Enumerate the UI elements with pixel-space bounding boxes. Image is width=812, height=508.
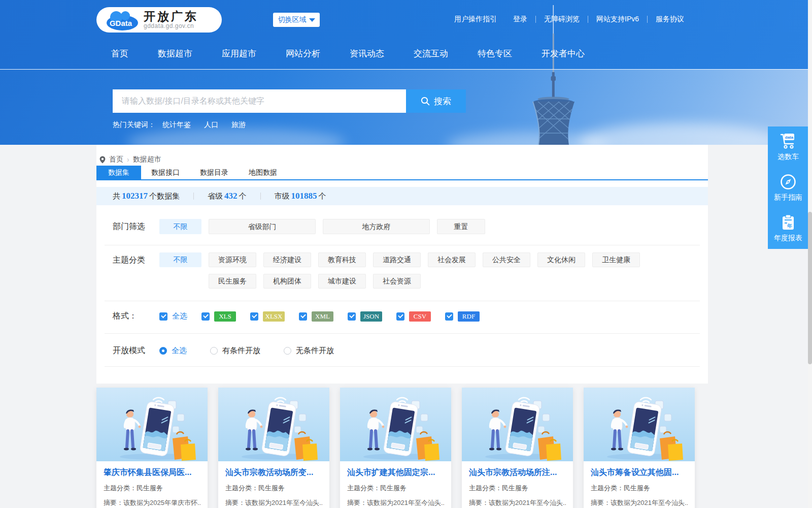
nav-item-home[interactable]: 首页 [96,46,143,62]
dataset-card[interactable]: 汕头市筹备设立其他固... 主题分类：民生服务 摘要：该数据为2021年至今汕头… [584,388,695,508]
department-option-provincial[interactable]: 省级部门 [209,219,316,234]
search-input[interactable] [113,89,406,113]
department-option-all[interactable]: 不限 [159,219,201,234]
total-datasets-count: 102317 [120,191,149,201]
tab-catalog[interactable]: 数据目录 [190,166,239,179]
cloud [127,128,345,145]
dataset-category: 民生服务 [502,484,528,492]
format-checkbox-xlsx[interactable] [250,312,258,321]
topic-option[interactable]: 道路交通 [373,252,421,267]
topic-option[interactable]: 资源环境 [209,252,256,267]
ipv6-link[interactable]: 网站支持IPv6 [596,15,639,24]
svg-text:GData: GData [110,19,132,27]
utility-links: 用户操作指引 登录 无障碍浏览 网站支持IPv6 服务协议 [454,15,684,24]
dataset-card[interactable]: 肇庆市怀集县医保局医... 主题分类：民生服务 摘要：该数据为2025年肇庆市怀… [96,388,208,508]
topic-option[interactable]: 民生服务 [209,274,256,289]
topic-option[interactable]: 卫生健康 [592,252,640,267]
topic-filter-row: 主题分类 不限 资源环境 经济建设 教育科技 道路交通 社会发展 公共安全 文化… [105,245,700,301]
radio-icon[interactable] [284,347,291,355]
dataset-illustration [96,388,208,461]
link-divider [588,16,588,23]
dataset-illustration [462,388,573,461]
format-checkbox-csv[interactable] [396,312,404,321]
search-bar: 搜索 [113,89,466,113]
dataset-card[interactable]: 汕头市宗教活动场所变... 主题分类：民生服务 摘要：该数据为2021年至今汕头… [218,388,329,508]
topic-option[interactable]: 社会资源 [373,274,421,289]
format-tag-xls[interactable]: XLS [214,311,236,322]
nav-item-special-zone[interactable]: 特色专区 [463,46,527,62]
radio-icon[interactable] [210,347,218,355]
data-market-panel: 首页 › 数据超市 数据集 数据接口 数据目录 地图数据 共 102317 个数… [96,145,708,384]
nav-item-site-analysis[interactable]: 网站分析 [271,46,335,62]
topic-option[interactable]: 经济建设 [263,252,311,267]
service-agreement-link[interactable]: 服务协议 [656,15,684,24]
format-checkbox-xls[interactable] [201,312,210,321]
format-tag-xml[interactable]: XML [312,311,333,322]
open-mode-option-all[interactable]: 全选 [159,346,187,356]
format-checkbox-xml[interactable] [299,312,307,321]
site-logo[interactable]: GData 开放广东 gddata.gd.gov.cn [96,7,222,33]
format-select-all-label[interactable]: 全选 [172,311,187,321]
dataset-card[interactable]: 汕头市宗教活动场所注... 主题分类：民生服务 摘要：该数据为2021年至今汕头… [462,388,573,508]
dataset-category: 民生服务 [624,484,650,492]
gdata-cloud-icon: GData [103,9,139,31]
dataset-summary: 该数据为2021年至今汕头... [611,499,688,506]
dataset-title[interactable]: 汕头市宗教活动场所注... [469,467,566,478]
nav-item-developer-center[interactable]: 开发者中心 [527,46,599,62]
tab-apis[interactable]: 数据接口 [141,166,190,179]
data-cart-button[interactable]: data 选数车 [768,126,808,167]
open-mode-option-conditional[interactable]: 有条件开放 [210,346,260,356]
breadcrumb: 首页 › 数据超市 [99,145,708,164]
department-filter-row: 部门筛选 不限 省级部门 地方政府 重置 [105,205,700,245]
nav-item-news[interactable]: 资讯动态 [335,46,399,62]
format-filter-label: 格式： [113,311,159,322]
topic-option[interactable]: 社会发展 [428,252,476,267]
dataset-title[interactable]: 肇庆市怀集县医保局医... [104,467,200,478]
hot-keywords: 热门关键词： 统计年鉴 人口 旅游 [113,120,246,130]
format-checkbox-rdf[interactable] [445,312,453,321]
topic-option[interactable]: 城市建设 [318,274,366,289]
tab-datasets[interactable]: 数据集 [96,166,141,179]
topic-option[interactable]: 教育科技 [318,252,366,267]
accessibility-link[interactable]: 无障碍浏览 [544,15,580,24]
search-button[interactable]: 搜索 [406,89,466,113]
tab-map-data[interactable]: 地图数据 [239,166,287,179]
scrollbar-thumb[interactable] [808,212,812,364]
format-select-all-checkbox[interactable] [159,312,167,321]
radio-selected-icon[interactable] [159,347,167,355]
topic-option[interactable]: 不限 [159,252,201,267]
beginner-guide-button[interactable]: 新手指南 [768,167,808,208]
user-guide-link[interactable]: 用户操作指引 [454,15,497,24]
region-switch-button[interactable]: 切换区域 [273,13,320,27]
format-checkbox-json[interactable] [348,312,356,321]
svg-text:data: data [785,135,794,140]
nav-item-app-market[interactable]: 应用超市 [207,46,271,62]
breadcrumb-separator: › [127,155,129,164]
breadcrumb-current: 数据超市 [133,155,161,164]
dataset-title[interactable]: 汕头市扩建其他固定宗... [347,467,444,478]
hot-keyword-link[interactable]: 统计年鉴 [162,120,191,130]
format-tag-xlsx[interactable]: XLSX [263,311,285,322]
login-link[interactable]: 登录 [513,15,527,24]
open-mode-option-unconditional[interactable]: 无条件开放 [284,346,334,356]
department-reset-button[interactable]: 重置 [437,219,485,234]
province-datasets-count: 432 [223,191,239,201]
format-tag-csv[interactable]: CSV [409,311,431,322]
nav-item-data-market[interactable]: 数据超市 [143,46,207,62]
hot-keyword-link[interactable]: 人口 [204,120,218,130]
hot-keyword-link[interactable]: 旅游 [231,120,246,130]
dataset-card[interactable]: 汕头市扩建其他固定宗... 主题分类：民生服务 摘要：该数据为2021年至今汕头… [340,388,451,508]
topic-option[interactable]: 公共安全 [483,252,530,267]
annual-report-button[interactable]: 年 年度报表 [768,208,808,248]
site-domain: gddata.gd.gov.cn [144,22,198,29]
department-option-local-gov[interactable]: 地方政府 [323,219,430,234]
nav-item-interaction[interactable]: 交流互动 [399,46,463,62]
topic-option[interactable]: 文化休闲 [537,252,585,267]
format-tag-rdf[interactable]: RDF [458,311,480,322]
dataset-title[interactable]: 汕头市宗教活动场所变... [225,467,322,478]
dataset-title[interactable]: 汕头市筹备设立其他固... [591,467,688,478]
breadcrumb-home[interactable]: 首页 [109,155,123,164]
dataset-category: 民生服务 [380,484,407,492]
format-tag-json[interactable]: JSON [360,311,382,322]
topic-option[interactable]: 机构团体 [263,274,311,289]
